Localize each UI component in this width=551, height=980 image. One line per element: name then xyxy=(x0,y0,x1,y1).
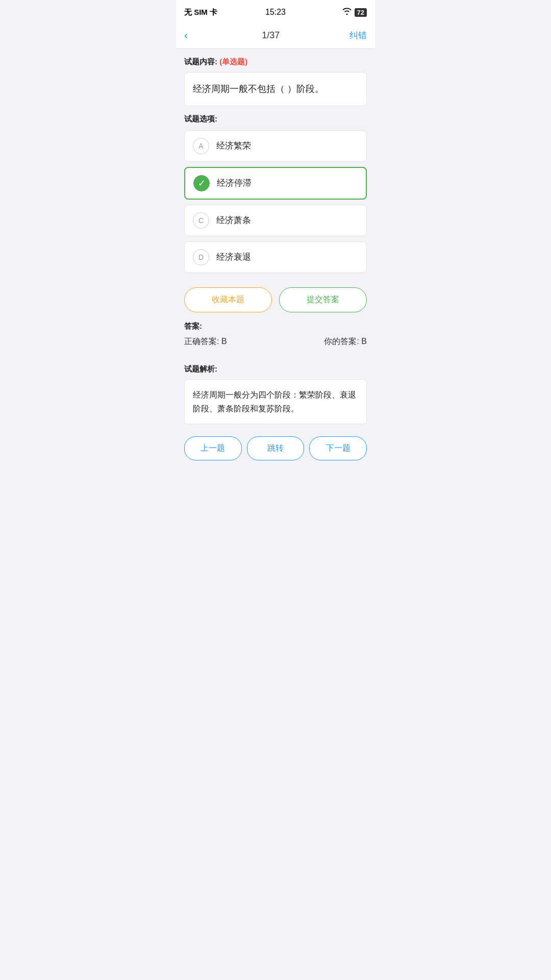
analysis-label: 试题解析: xyxy=(184,364,367,374)
back-button[interactable]: ‹ xyxy=(184,27,192,44)
main-content: 试题内容: (单选题) 经济周期一般不包括（ ）阶段。 试题选项: A 经济繁荣… xyxy=(176,49,375,469)
question-label: 试题内容: (单选题) xyxy=(184,57,367,67)
correct-answer: 正确答案: B xyxy=(184,336,227,347)
option-d-circle: D xyxy=(193,249,209,265)
status-bar: 无 SIM 卡 15:23 72 xyxy=(176,0,375,22)
next-button[interactable]: 下一题 xyxy=(309,436,367,460)
your-answer: 你的答案: B xyxy=(324,336,367,347)
option-c-circle: C xyxy=(193,212,209,229)
option-c-text: 经济萧条 xyxy=(216,214,251,226)
options-label: 试题选项: xyxy=(184,114,367,124)
options-section: 试题选项: A 经济繁荣 ✓ 经济停滞 C 经济萧条 D 经济衰退 xyxy=(176,114,375,273)
question-progress: 1/37 xyxy=(262,30,280,41)
jump-button[interactable]: 跳转 xyxy=(247,436,305,460)
carrier-text: 无 SIM 卡 xyxy=(184,8,217,17)
bottom-nav: 上一题 跳转 下一题 xyxy=(176,430,375,469)
action-buttons: 收藏本题 提交答案 xyxy=(176,278,375,322)
answer-section: 答案: 正确答案: B 你的答案: B xyxy=(176,322,375,360)
option-a-circle: A xyxy=(193,138,209,154)
option-b-text: 经济停滞 xyxy=(217,177,252,189)
collect-button[interactable]: 收藏本题 xyxy=(184,287,272,312)
option-b-circle: ✓ xyxy=(193,175,210,191)
battery-icon: 72 xyxy=(355,8,367,17)
nav-bar: ‹ 1/37 纠错 xyxy=(176,22,375,49)
option-a-text: 经济繁荣 xyxy=(216,140,251,152)
status-icons: 72 xyxy=(342,8,367,17)
option-d-text: 经济衰退 xyxy=(216,251,251,263)
answer-label: 答案: xyxy=(184,322,367,331)
answer-row: 正确答案: B 你的答案: B xyxy=(184,336,367,347)
report-error-button[interactable]: 纠错 xyxy=(349,30,367,41)
prev-button[interactable]: 上一题 xyxy=(184,436,242,460)
time-text: 15:23 xyxy=(265,8,286,17)
question-type-tag: (单选题) xyxy=(219,57,247,66)
analysis-text: 经济周期一般分为四个阶段：繁荣阶段、衰退阶段、萧条阶段和复苏阶段。 xyxy=(184,379,367,424)
submit-button[interactable]: 提交答案 xyxy=(279,287,367,312)
option-b[interactable]: ✓ 经济停滞 xyxy=(184,167,367,200)
divider xyxy=(176,360,375,364)
question-text: 经济周期一般不包括（ ）阶段。 xyxy=(184,72,367,106)
wifi-icon xyxy=(342,8,352,17)
option-d[interactable]: D 经济衰退 xyxy=(184,241,367,273)
option-c[interactable]: C 经济萧条 xyxy=(184,205,367,236)
question-section: 试题内容: (单选题) 经济周期一般不包括（ ）阶段。 xyxy=(176,49,375,106)
option-a[interactable]: A 经济繁荣 xyxy=(184,130,367,162)
analysis-section: 试题解析: 经济周期一般分为四个阶段：繁荣阶段、衰退阶段、萧条阶段和复苏阶段。 xyxy=(176,364,375,430)
